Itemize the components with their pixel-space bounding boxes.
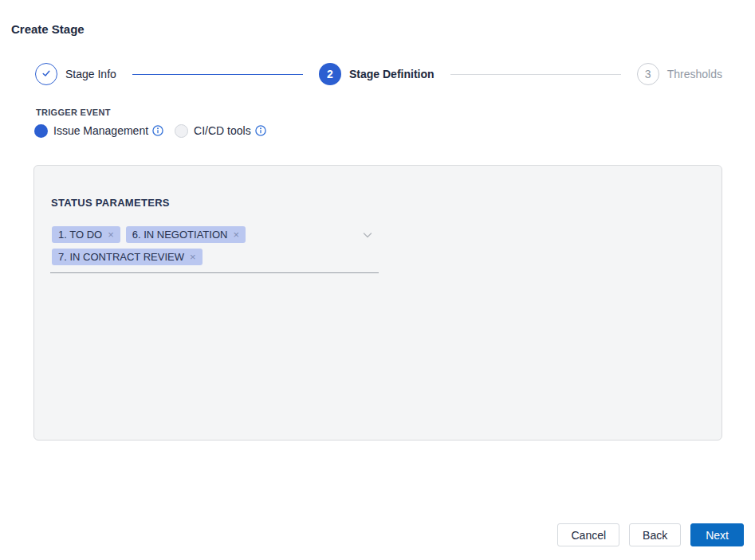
status-tag-label: 6. IN NEGOTIATION (132, 229, 228, 241)
check-icon (41, 68, 52, 81)
trigger-event-options: Issue Management CI/CD tools (34, 123, 266, 138)
stepper-connector-done (132, 74, 303, 75)
info-icon[interactable] (152, 125, 163, 136)
step-label: Thresholds (667, 68, 722, 80)
remove-tag-icon[interactable]: × (233, 229, 239, 240)
info-icon[interactable] (255, 125, 266, 136)
stepper-step-stage-definition[interactable]: 2 Stage Definition (319, 63, 435, 85)
radio-issue-management[interactable]: Issue Management (34, 124, 163, 138)
stepper-step-thresholds[interactable]: 3 Thresholds (637, 63, 722, 85)
page-title: Create Stage (11, 22, 85, 36)
status-tag[interactable]: 6. IN NEGOTIATION × (126, 226, 246, 243)
back-button[interactable]: Back (629, 523, 681, 546)
radio-label: Issue Management (53, 124, 148, 137)
status-tag[interactable]: 7. IN CONTRACT REVIEW × (52, 249, 203, 265)
step-number: 3 (645, 68, 651, 80)
step-upcoming-circle: 3 (637, 63, 659, 85)
status-multiselect[interactable]: 1. TO DO × 6. IN NEGOTIATION × 7. IN CON… (50, 226, 379, 273)
status-parameters-panel: STATUS PARAMETERS 1. TO DO × 6. IN NEGOT… (33, 165, 722, 441)
radio-selected-icon[interactable] (34, 124, 48, 138)
footer-actions: Cancel Back Next (557, 523, 744, 546)
status-tag[interactable]: 1. TO DO × (52, 226, 120, 243)
step-active-circle: 2 (319, 63, 341, 85)
step-number: 2 (327, 68, 333, 80)
status-tag-label: 1. TO DO (58, 229, 102, 241)
step-label: Stage Info (65, 68, 116, 80)
remove-tag-icon[interactable]: × (190, 252, 196, 262)
status-tag-label: 7. IN CONTRACT REVIEW (58, 251, 184, 263)
trigger-event-label: TRIGGER EVENT (36, 108, 111, 117)
stepper-connector-todo (450, 74, 621, 75)
radio-unselected-icon[interactable] (175, 124, 188, 138)
cancel-button[interactable]: Cancel (557, 523, 619, 546)
selected-status-tags: 1. TO DO × 6. IN NEGOTIATION × 7. IN CON… (52, 226, 356, 265)
step-label: Stage Definition (349, 68, 435, 80)
stepper: Stage Info 2 Stage Definition 3 Threshol… (35, 63, 722, 85)
chevron-down-icon[interactable] (361, 229, 374, 241)
status-parameters-label: STATUS PARAMETERS (51, 197, 170, 209)
next-button[interactable]: Next (690, 523, 744, 546)
radio-label: CI/CD tools (194, 124, 251, 137)
remove-tag-icon[interactable]: × (108, 229, 114, 240)
stepper-step-stage-info[interactable]: Stage Info (35, 63, 116, 85)
radio-cicd-tools[interactable]: CI/CD tools (175, 124, 266, 138)
step-completed-circle (35, 63, 57, 85)
